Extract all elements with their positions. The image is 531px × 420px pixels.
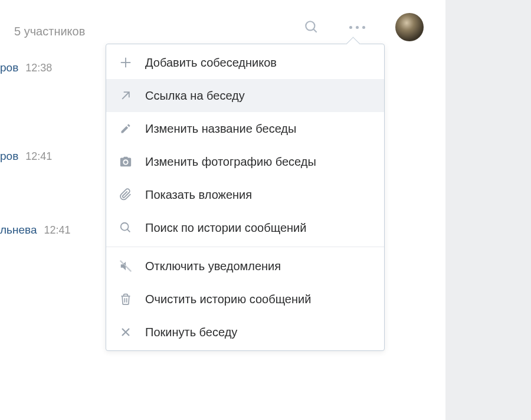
svg-line-6 — [127, 229, 130, 232]
menu-label: Показать вложения — [145, 188, 252, 202]
menu-clear-history[interactable]: Очистить историю сообщений — [106, 283, 384, 316]
menu-label: Ссылка на беседу — [145, 89, 245, 103]
svg-point-0 — [306, 21, 314, 30]
menu-label: Изменить фотографию беседы — [145, 155, 316, 169]
more-icon — [349, 26, 352, 29]
menu-rename-chat[interactable]: Изменить название беседы — [106, 112, 384, 145]
menu-mute-notifications[interactable]: Отключить уведомления — [106, 250, 384, 283]
sidebar-right — [445, 0, 531, 420]
svg-point-5 — [121, 223, 129, 231]
search-icon — [304, 19, 319, 35]
chat-header: 5 участников — [0, 0, 445, 47]
mute-icon — [118, 258, 133, 274]
message-time: 12:41 — [25, 150, 52, 163]
camera-icon — [118, 154, 133, 169]
message-time: 12:41 — [44, 224, 71, 237]
arrow-up-right-icon — [118, 88, 133, 103]
trash-icon — [118, 291, 133, 307]
message-sender: ров — [0, 61, 18, 74]
message-row: ров 12:38 — [0, 59, 71, 77]
menu-label: Отключить уведомления — [145, 260, 281, 273]
menu-change-photo[interactable]: Изменить фотографию беседы — [106, 145, 384, 178]
message-list: ров 12:38 ров 12:41 льнева 12:41 — [0, 59, 71, 295]
pencil-icon — [118, 121, 133, 136]
avatar[interactable] — [395, 13, 424, 41]
message-row: ров 12:41 — [0, 147, 71, 165]
svg-line-1 — [313, 29, 316, 32]
menu-label: Изменить название беседы — [145, 122, 296, 136]
participants-count: 5 участников — [14, 25, 85, 38]
menu-show-attachments[interactable]: Показать вложения — [106, 178, 384, 211]
menu-label: Поиск по истории сообщений — [145, 221, 306, 235]
menu-label: Покинуть беседу — [145, 326, 237, 339]
message-time: 12:38 — [25, 62, 52, 74]
search-icon — [118, 220, 133, 235]
menu-label: Добавить собеседников — [145, 56, 277, 70]
message-sender: льнева — [0, 224, 37, 237]
paperclip-icon — [118, 187, 133, 202]
menu-divider — [106, 247, 384, 247]
menu-add-participants[interactable]: Добавить собеседников — [106, 44, 384, 79]
message-row: льнева 12:41 — [0, 221, 71, 239]
chat-actions-menu: Добавить собеседников Ссылка на беседу И… — [106, 44, 385, 351]
plus-icon — [118, 55, 133, 70]
close-icon — [118, 324, 133, 340]
more-button[interactable] — [345, 18, 369, 37]
message-sender: ров — [0, 150, 18, 163]
menu-chat-link[interactable]: Ссылка на беседу — [106, 79, 384, 112]
svg-line-4 — [122, 93, 129, 99]
menu-leave-chat[interactable]: Покинуть беседу — [106, 316, 384, 350]
chat-area: 5 участников ров 12:38 ров 12:41 ль — [0, 0, 445, 420]
menu-search-history[interactable]: Поиск по истории сообщений — [106, 211, 384, 244]
search-button[interactable] — [302, 18, 321, 37]
menu-label: Очистить историю сообщений — [145, 293, 311, 306]
